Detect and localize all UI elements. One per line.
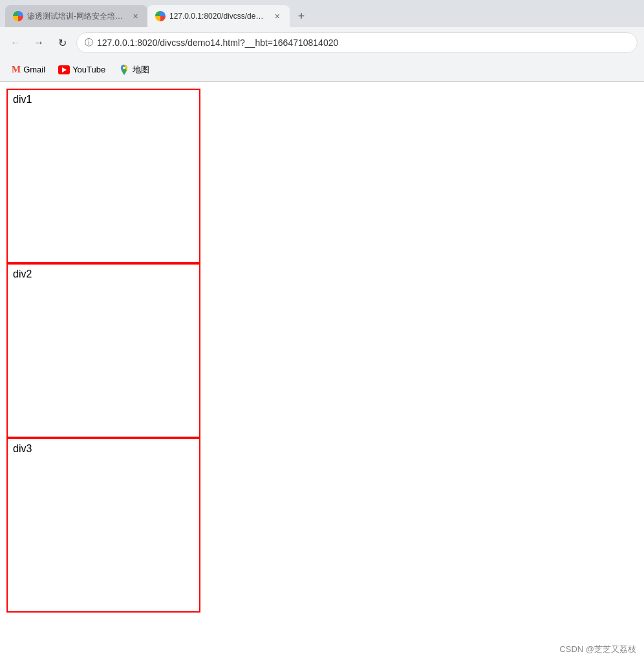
maps-label: 地图 [133,64,149,76]
div1-label: div1 [13,94,32,105]
tab1-close-button[interactable]: × [131,11,140,21]
forward-button[interactable]: → [30,34,48,52]
div2-label: div2 [13,268,32,279]
bookmark-gmail[interactable]: M Gmail [6,61,50,78]
tab1-title: 渗透测试培训-网络安全培训-暗夙... [27,11,123,22]
page-content: div1 div2 div3 [0,82,644,619]
svg-point-0 [123,67,125,69]
div1-box: div1 [6,89,200,263]
tab-1[interactable]: 渗透测试培训-网络安全培训-暗夙... × [5,5,147,27]
youtube-icon [58,65,70,74]
tab-bar: 渗透测试培训-网络安全培训-暗夙... × 127.0.0.1:8020/div… [0,0,644,27]
youtube-play-icon [62,67,67,72]
tab2-favicon [155,11,166,21]
nav-bar: ← → ↻ ⓘ 127.0.0.1:8020/divcss/demo14.htm… [0,27,644,58]
tab2-title: 127.0.0.1:8020/divcss/demo14 [169,12,265,21]
url-display: 127.0.0.1:8020/divcss/demo14.html?__hbt=… [97,38,338,48]
tab-2[interactable]: 127.0.0.1:8020/divcss/demo14 × [147,5,290,27]
address-bar[interactable]: ⓘ 127.0.0.1:8020/divcss/demo14.html?__hb… [76,32,638,53]
gmail-label: Gmail [23,65,45,74]
new-tab-button[interactable]: + [292,7,310,25]
bookmarks-bar: M Gmail YouTube 地图 [0,58,644,82]
gmail-icon: M [12,64,21,75]
youtube-label: YouTube [72,65,105,74]
security-icon: ⓘ [85,37,93,49]
tab2-close-button[interactable]: × [273,11,282,21]
div3-label: div3 [13,443,32,454]
tab1-favicon [13,11,23,21]
maps-icon [118,64,130,76]
bookmark-maps[interactable]: 地图 [113,61,155,78]
refresh-button[interactable]: ↻ [53,34,71,52]
div3-box: div3 [6,438,200,613]
watermark: CSDN @芝芝又荔枝 [559,644,636,655]
div2-box: div2 [6,263,200,438]
browser-chrome: 渗透测试培训-网络安全培训-暗夙... × 127.0.0.1:8020/div… [0,0,644,82]
back-button[interactable]: ← [6,34,25,52]
bookmark-youtube[interactable]: YouTube [53,62,111,77]
